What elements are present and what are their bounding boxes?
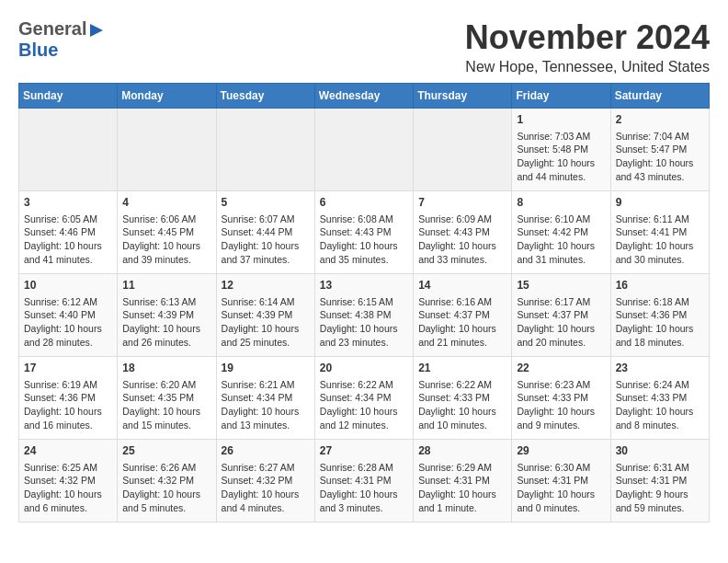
day-info: Daylight: 10 hours xyxy=(222,488,310,501)
day-info: and 25 minutes. xyxy=(222,336,310,350)
day-info: Sunrise: 6:25 AM xyxy=(24,461,112,475)
day-info: Daylight: 10 hours xyxy=(320,488,408,501)
calendar-day-cell: 25Sunrise: 6:26 AMSunset: 4:32 PMDayligh… xyxy=(118,440,216,523)
day-info: Sunset: 4:32 PM xyxy=(24,474,112,488)
calendar-day-cell xyxy=(216,109,314,191)
location: New Hope, Tennessee, United States xyxy=(465,59,710,75)
day-info: Sunrise: 7:03 AM xyxy=(517,130,605,144)
day-info: Sunrise: 7:04 AM xyxy=(616,130,704,144)
day-info: Sunrise: 6:13 AM xyxy=(122,295,210,309)
day-number: 21 xyxy=(418,361,506,376)
page-header: General Blue November 2024 New Hope, Ten… xyxy=(18,18,710,75)
calendar-day-cell: 1Sunrise: 7:03 AMSunset: 5:48 PMDaylight… xyxy=(512,109,610,191)
day-number: 26 xyxy=(222,443,310,459)
day-number: 1 xyxy=(517,112,605,128)
calendar-day-cell: 16Sunrise: 6:18 AMSunset: 4:36 PMDayligh… xyxy=(610,274,709,357)
day-info: and 37 minutes. xyxy=(222,253,310,267)
day-info: Sunrise: 6:20 AM xyxy=(122,378,210,392)
day-info: and 9 minutes. xyxy=(517,419,605,432)
day-info: and 33 minutes. xyxy=(418,253,506,267)
day-number: 9 xyxy=(616,195,704,211)
day-info: Sunset: 4:36 PM xyxy=(24,391,112,405)
calendar-day-cell: 26Sunrise: 6:27 AMSunset: 4:32 PMDayligh… xyxy=(216,440,314,523)
day-info: Daylight: 10 hours xyxy=(418,322,506,336)
day-info: Daylight: 10 hours xyxy=(122,488,210,501)
day-info: Sunrise: 6:21 AM xyxy=(222,378,310,392)
day-number: 17 xyxy=(24,361,112,376)
day-number: 4 xyxy=(122,195,210,211)
day-info: Sunset: 4:43 PM xyxy=(320,225,408,239)
calendar-day-cell: 2Sunrise: 7:04 AMSunset: 5:47 PMDaylight… xyxy=(610,109,709,191)
day-info: Sunrise: 6:10 AM xyxy=(517,213,605,226)
calendar-day-cell: 14Sunrise: 6:16 AMSunset: 4:37 PMDayligh… xyxy=(414,274,512,357)
day-info: Sunrise: 6:24 AM xyxy=(616,378,704,392)
day-info: Sunset: 4:33 PM xyxy=(418,391,506,405)
day-info: Sunrise: 6:30 AM xyxy=(517,461,605,475)
day-info: Sunset: 4:38 PM xyxy=(320,308,408,322)
day-number: 14 xyxy=(418,278,506,293)
day-info: Sunset: 4:34 PM xyxy=(222,391,310,405)
day-info: and 18 minutes. xyxy=(616,336,704,350)
day-info: and 28 minutes. xyxy=(24,336,112,350)
day-info: Sunrise: 6:05 AM xyxy=(24,213,112,226)
day-info: Daylight: 10 hours xyxy=(418,488,506,501)
day-info: Sunset: 5:48 PM xyxy=(517,143,605,156)
day-info: Sunrise: 6:31 AM xyxy=(616,461,704,475)
day-number: 28 xyxy=(418,443,506,459)
calendar-day-cell: 3Sunrise: 6:05 AMSunset: 4:46 PMDaylight… xyxy=(19,191,118,274)
day-number: 8 xyxy=(517,195,605,211)
day-info: Daylight: 10 hours xyxy=(122,239,210,253)
day-info: Daylight: 10 hours xyxy=(122,405,210,419)
day-info: Daylight: 10 hours xyxy=(616,322,704,336)
calendar-day-cell: 24Sunrise: 6:25 AMSunset: 4:32 PMDayligh… xyxy=(19,440,118,523)
day-number: 23 xyxy=(616,361,704,376)
calendar-day-cell: 12Sunrise: 6:14 AMSunset: 4:39 PMDayligh… xyxy=(216,274,314,357)
day-info: Sunrise: 6:15 AM xyxy=(320,295,408,309)
day-number: 16 xyxy=(616,278,704,293)
day-info: Daylight: 10 hours xyxy=(320,239,408,253)
calendar-header: SundayMondayTuesdayWednesdayThursdayFrid… xyxy=(19,84,710,109)
month-title: November 2024 xyxy=(465,18,710,57)
day-number: 24 xyxy=(24,443,112,459)
day-number: 25 xyxy=(122,443,210,459)
day-info: Daylight: 10 hours xyxy=(24,405,112,419)
day-info: Daylight: 10 hours xyxy=(517,156,605,170)
logo: General Blue xyxy=(18,18,105,61)
day-number: 3 xyxy=(24,195,112,211)
day-info: Daylight: 10 hours xyxy=(517,239,605,253)
day-number: 27 xyxy=(320,443,408,459)
day-info: and 1 minute. xyxy=(418,501,506,515)
weekday-header-thursday: Thursday xyxy=(414,84,512,109)
calendar-day-cell: 13Sunrise: 6:15 AMSunset: 4:38 PMDayligh… xyxy=(314,274,413,357)
calendar-table: SundayMondayTuesdayWednesdayThursdayFrid… xyxy=(18,83,710,523)
day-info: Daylight: 10 hours xyxy=(24,322,112,336)
day-info: Sunset: 4:36 PM xyxy=(616,308,704,322)
day-info: Sunrise: 6:26 AM xyxy=(122,461,210,475)
day-info: Sunrise: 6:16 AM xyxy=(418,295,506,309)
day-info: Sunset: 5:47 PM xyxy=(616,143,704,156)
day-info: Sunset: 4:39 PM xyxy=(122,308,210,322)
day-number: 2 xyxy=(616,112,704,128)
day-info: and 8 minutes. xyxy=(616,419,704,432)
day-info: Daylight: 10 hours xyxy=(320,405,408,419)
calendar-day-cell: 9Sunrise: 6:11 AMSunset: 4:41 PMDaylight… xyxy=(610,191,709,274)
title-area: November 2024 New Hope, Tennessee, Unite… xyxy=(465,18,710,75)
day-info: Sunset: 4:33 PM xyxy=(616,391,704,405)
calendar-day-cell: 19Sunrise: 6:21 AMSunset: 4:34 PMDayligh… xyxy=(216,357,314,440)
day-number: 12 xyxy=(222,278,310,293)
day-info: Sunrise: 6:28 AM xyxy=(320,461,408,475)
day-info: and 3 minutes. xyxy=(320,501,408,515)
day-info: Sunset: 4:32 PM xyxy=(222,474,310,488)
day-number: 29 xyxy=(517,443,605,459)
day-info: and 16 minutes. xyxy=(24,419,112,432)
calendar-day-cell: 18Sunrise: 6:20 AMSunset: 4:35 PMDayligh… xyxy=(118,357,216,440)
day-info: Daylight: 10 hours xyxy=(517,322,605,336)
calendar-week-5: 24Sunrise: 6:25 AMSunset: 4:32 PMDayligh… xyxy=(19,440,710,523)
day-info: Daylight: 10 hours xyxy=(24,488,112,501)
day-info: and 10 minutes. xyxy=(418,419,506,432)
day-info: Sunset: 4:42 PM xyxy=(517,225,605,239)
day-number: 6 xyxy=(320,195,408,211)
day-info: Daylight: 10 hours xyxy=(616,239,704,253)
day-info: and 4 minutes. xyxy=(222,501,310,515)
day-number: 7 xyxy=(418,195,506,211)
